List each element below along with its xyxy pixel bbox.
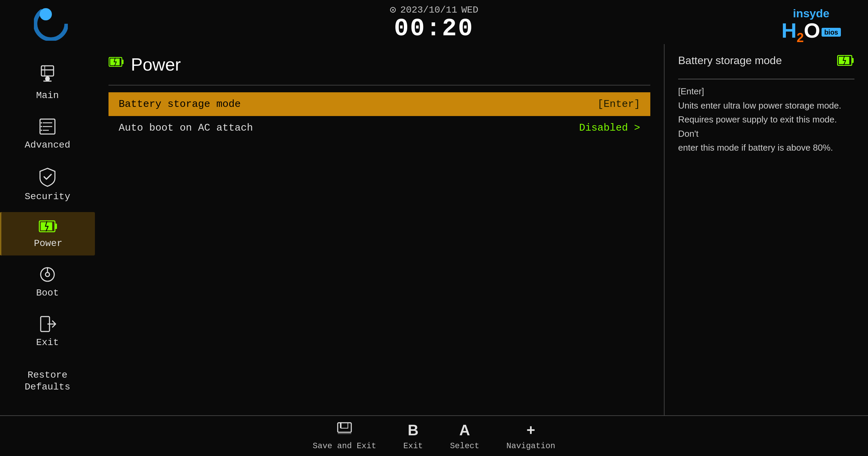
sidebar-item-exit-label: Exit [36,337,59,348]
svg-point-1 [40,8,52,20]
brand-logo-left [34,7,75,41]
sidebar: Main Advanced Security [0,44,95,415]
sidebar-item-exit[interactable]: Exit [0,308,95,355]
sidebar-item-advanced-label: Advanced [25,140,70,150]
save-exit-icon [337,422,352,439]
restore-label-1: Restore [27,370,67,380]
brand-logo-right: insyde H2Obios [782,7,841,44]
h2o-o: O [804,19,820,42]
header-day: WED [461,5,478,15]
battery-storage-value: [Enter] [597,98,640,110]
restore-label-2: Defaults [25,382,70,392]
svg-rect-15 [55,224,57,229]
bios-badge: bios [822,28,841,37]
sidebar-item-main-label: Main [36,90,59,101]
settings-list: Battery storage mode [Enter] Auto boot o… [108,92,650,140]
footer-exit[interactable]: B Exit [403,422,423,451]
sidebar-item-power[interactable]: Power [0,212,95,255]
content-right: Battery storage mode [Enter] Units enter… [665,44,868,415]
footer-save-exit[interactable]: Save and Exit [313,422,376,451]
auto-boot-label: Auto boot on AC attach [119,122,253,134]
footer-select[interactable]: A Select [450,422,479,451]
person-icon [39,64,56,88]
svg-point-5 [45,76,50,81]
info-description: [Enter] Units enter ultra low power stor… [678,84,854,155]
sidebar-item-restore[interactable]: Restore Defaults [0,365,95,397]
main-content: Power Battery storage mode [Enter] Auto … [95,44,868,415]
h2o-logo: H2Obios [782,20,841,44]
footer-exit-label: Exit [403,441,423,451]
content-left: Power Battery storage mode [Enter] Auto … [95,44,664,415]
h2o-2: 2 [797,31,804,45]
svg-point-12 [41,126,42,127]
footer-navigation[interactable]: + Navigation [507,422,555,451]
page-title-row: Power [108,54,650,75]
header: ⊙ 2023/10/11 WED 00:20 insyde H2Obios [0,0,868,44]
footer: Save and Exit B Exit A Select + Navigati… [0,415,868,456]
footer-save-exit-label: Save and Exit [313,441,376,451]
h2o-h: H [782,19,797,42]
battery-icon [39,219,58,235]
settings-item-auto-boot[interactable]: Auto boot on AC attach Disabled > [108,116,650,140]
svg-rect-26 [122,59,123,64]
sidebar-item-main[interactable]: Main [0,58,95,108]
info-title: Battery storage mode [678,54,782,67]
clock-icon: ⊙ [390,3,396,17]
logo-circle-svg [34,7,68,41]
auto-boot-value: Disabled > [579,122,640,134]
list-icon [39,118,56,137]
footer-navigation-label: Navigation [507,441,555,451]
footer-select-label: Select [450,441,479,451]
svg-rect-37 [338,423,351,432]
battery-storage-label: Battery storage mode [119,98,241,110]
svg-point-21 [45,272,50,277]
shield-icon [39,167,56,189]
footer-select-key: A [459,422,470,439]
top-divider [108,85,650,86]
svg-rect-2 [41,66,54,76]
footer-navigation-key: + [527,422,535,439]
sidebar-item-security[interactable]: Security [0,160,95,209]
insyde-brand: insyde [782,7,841,20]
sidebar-item-boot[interactable]: Boot [0,259,95,305]
svg-point-11 [41,122,42,124]
sidebar-item-power-label: Power [34,238,62,249]
sidebar-item-boot-label: Boot [36,288,59,298]
boot-icon [39,266,56,285]
header-clock: ⊙ 2023/10/11 WED 00:20 [390,3,478,41]
exit-icon [39,315,56,335]
sidebar-item-advanced[interactable]: Advanced [0,111,95,157]
footer-exit-key: B [408,422,418,439]
svg-rect-32 [852,58,853,63]
settings-item-battery-storage[interactable]: Battery storage mode [Enter] [108,92,650,116]
page-title: Power [131,54,181,75]
svg-point-13 [41,130,42,131]
header-time: 00:20 [390,17,478,41]
info-battery-icon [837,54,854,70]
info-divider [678,79,854,79]
page-title-battery-icon [108,56,124,73]
header-date: 2023/10/11 [400,5,457,15]
svg-rect-39 [341,423,348,428]
sidebar-item-security-label: Security [25,191,70,202]
